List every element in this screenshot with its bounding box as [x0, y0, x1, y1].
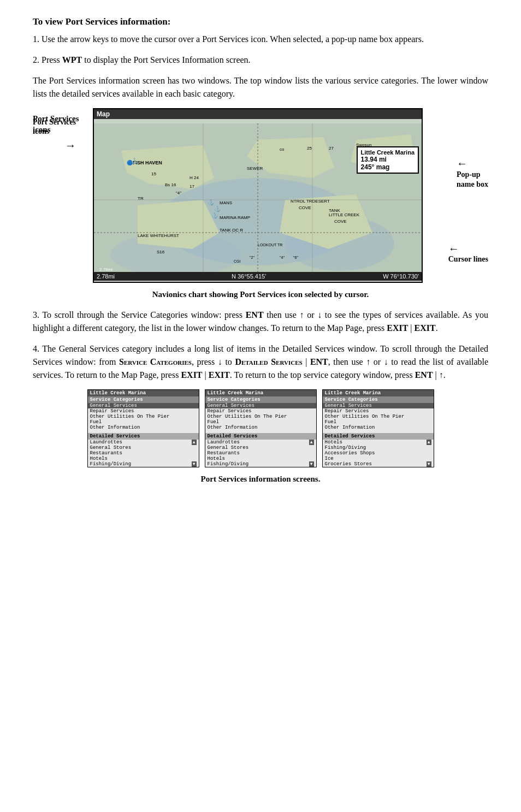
svg-text:TANK OC R: TANK OC R — [220, 228, 243, 233]
svg-text:SEWER: SEWER — [247, 166, 263, 171]
arrow-right-icon: → — [65, 139, 76, 152]
svg-text:TR: TR — [138, 196, 144, 201]
popup-label-area: ← Pop-upname box — [457, 157, 488, 189]
screen-1-detail-2: General Stores — [88, 445, 199, 451]
arrow-left-icon: ← — [457, 157, 488, 170]
screen-2-item-repair: Repair Services — [205, 408, 316, 414]
map-lat: N 36°55.415' — [232, 273, 266, 280]
screen-1-detailed-header: Detailed Services — [88, 433, 199, 440]
screen-3-item-general: General Services — [323, 403, 434, 408]
svg-text:Bs 16: Bs 16 — [165, 182, 176, 187]
svg-text:⚓: ⚓ — [214, 205, 221, 212]
paragraph1: 1. Use the arrow keys to move the cursor… — [33, 33, 488, 46]
svg-text:15: 15 — [151, 171, 156, 176]
screen-3-service-cat-header: Service Categories — [323, 396, 434, 403]
screen-3-detail-2: Fishing/Diving — [323, 445, 434, 451]
svg-text:COVE: COVE — [299, 205, 311, 210]
screen-2-title: Little Creek Marina — [205, 390, 316, 396]
screen-1-detail-1: Laundrottes▲ — [88, 440, 199, 445]
ent-key-3: ENT — [415, 370, 433, 380]
popup-title: Little Creek Marina — [361, 149, 415, 156]
screen-2-item-fuel: Fuel — [205, 419, 316, 425]
screen-1-service-cat-header: Service Categories — [88, 396, 199, 403]
svg-text:co: co — [280, 147, 285, 152]
screen-3-detail-5: Groceries Stores▼ — [323, 461, 434, 467]
map-scale: 2.78mi — [97, 273, 115, 280]
screen-1-detail-5: Fishing/Diving▼ — [88, 461, 199, 467]
screen-2-detail-2: General Stores — [205, 445, 316, 451]
chart-caption: Navionics chart showing Port Services ic… — [33, 288, 488, 301]
svg-text:⚓: ⚓ — [211, 212, 218, 219]
svg-text:LOOKOUT TR: LOOKOUT TR — [258, 243, 282, 247]
screen-3-item-utilities: Other Utilities On The Pier — [323, 414, 434, 419]
detailed-services-label: Detailed Services — [235, 357, 302, 366]
svg-text:25: 25 — [307, 146, 312, 151]
exit-key-4: EXIT — [209, 370, 230, 380]
svg-text:"4": "4" — [176, 191, 181, 195]
svg-text:27: 27 — [329, 146, 334, 151]
screen-2-item-utilities: Other Utilities On The Pier — [205, 414, 316, 419]
screen-1-detail-3: Restaurants — [88, 451, 199, 456]
exit-key-3: EXIT — [181, 370, 202, 380]
screen-1-item-repair: Repair Services — [88, 408, 199, 414]
screen-3-detail-1: Hotels▲ — [323, 440, 434, 445]
screen-3: Little Creek Marina Service Categories G… — [322, 389, 434, 467]
screen-1-item-other: Other Information — [88, 425, 199, 430]
screen-3-title: Little Creek Marina — [323, 390, 434, 396]
screen-2-detail-4: Hotels — [205, 456, 316, 461]
diagram: Port Servicesicons Map — [33, 108, 488, 283]
screen-2-item-other: Other Information — [205, 425, 316, 430]
screen-3-item-other: Other Information — [323, 425, 434, 430]
ent-key-1: ENT — [246, 310, 264, 319]
screens-caption: Port Services information screens. — [33, 473, 488, 485]
page-content: To view Port Services information: 1. Us… — [33, 16, 488, 485]
svg-text:"6": "6" — [293, 256, 298, 259]
screen-2-service-cat-header: Service Categories — [205, 396, 316, 403]
cursor-lines-label-area: ← Cursor lines — [448, 242, 488, 264]
popup-bearing: 245° mag — [361, 163, 415, 171]
svg-text:H 24: H 24 — [190, 175, 199, 180]
svg-text:CGI: CGI — [234, 259, 241, 263]
screen-1-item-utilities: Other Utilities On The Pier — [88, 414, 199, 419]
svg-text:COVE: COVE — [334, 219, 347, 224]
screen-3-detail-3: Accessories Shops — [323, 451, 434, 456]
svg-text:2.78mi: 2.78mi — [99, 267, 113, 272]
popup-name-box: Little Creek Marina 13.94 mi 245° mag — [357, 146, 419, 174]
screens-row: Little Creek Marina Service Categories G… — [33, 389, 488, 467]
exit-key-2: EXIT — [415, 323, 436, 333]
map-title-bar: Map — [94, 109, 422, 119]
map-lon: W 76°10.730' — [383, 273, 419, 280]
svg-text:S16: S16 — [157, 250, 165, 254]
svg-text:MARINA  RAMP: MARINA RAMP — [220, 215, 250, 220]
screen-1: Little Creek Marina Service Categories G… — [87, 389, 199, 467]
svg-text:MANS: MANS — [220, 200, 232, 205]
screen-2-detail-1: Laundrottes▲ — [205, 440, 316, 445]
map-coordinates-bar: 2.78mi N 36°55.415' W 76°10.730' — [94, 272, 422, 281]
port-services-icons-label: Port Servicesicons — [33, 118, 76, 137]
ent-key-2: ENT — [310, 357, 328, 366]
map-inner: 🔵FISH HAVEN 15 Bs 16 co 25 27 Swosun SEW… — [94, 119, 422, 281]
screen-3-item-repair: Repair Services — [323, 408, 434, 414]
svg-text:LAKE WHITEHURST: LAKE WHITEHURST — [138, 233, 179, 238]
svg-text:⚓: ⚓ — [131, 157, 138, 164]
screen-2-detail-5: Fishing/Diving▼ — [205, 461, 316, 467]
exit-key-1: EXIT — [387, 323, 408, 333]
page-title: To view Port Services information: — [33, 16, 488, 27]
screen-1-item-fuel: Fuel — [88, 419, 199, 425]
wpt-key: WPT — [62, 55, 82, 64]
screen-1-detail-4: Hotels — [88, 456, 199, 461]
paragraph4: 3. To scroll through the Service Categor… — [33, 309, 488, 335]
paragraph2: 2. Press WPT to display the Port Service… — [33, 54, 488, 67]
map-svg: 🔵FISH HAVEN 15 Bs 16 co 25 27 Swosun SEW… — [94, 119, 422, 281]
map-frame: Map — [93, 108, 423, 283]
screen-2-detailed-header: Detailed Services — [205, 433, 316, 440]
screen-3-detail-4: Ice — [323, 456, 434, 461]
svg-text:"4": "4" — [280, 256, 285, 259]
paragraph5: 4. The General Services category include… — [33, 342, 488, 382]
screen-3-detailed-header: Detailed Services — [323, 433, 434, 440]
screen-1-item-general: General Services — [88, 403, 199, 408]
screen-2: Little Creek Marina Service Categories G… — [205, 389, 317, 467]
svg-text:LITTLE CREEK: LITTLE CREEK — [329, 212, 360, 217]
cursor-lines-label: Cursor lines — [448, 255, 488, 264]
svg-text:NTROL TRDESERT: NTROL TRDESERT — [291, 199, 330, 204]
